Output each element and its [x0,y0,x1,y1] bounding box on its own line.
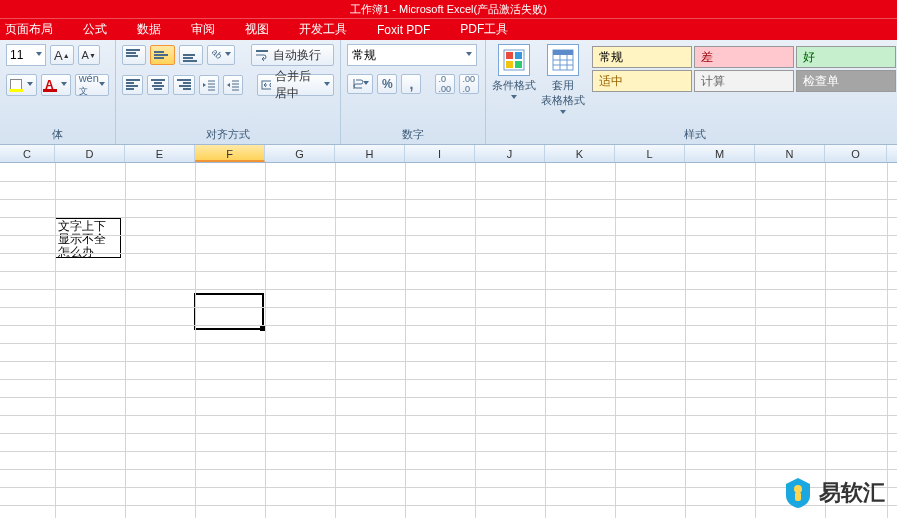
table-format-button[interactable]: 套用 表格格式 [541,44,586,116]
tab-formulas[interactable]: 公式 [83,21,107,38]
worksheet[interactable]: CDEFGHIJKLMNO 文字上下 显示不全 怎么办 [0,145,897,518]
wrap-text-button[interactable]: 自动换行 [251,44,334,66]
ribbon: 11 A▲ A▼ A wén文 体 自动换行 [0,40,897,145]
col-header-M[interactable]: M [685,145,755,162]
col-header-F[interactable]: F [195,145,265,162]
col-header-N[interactable]: N [755,145,825,162]
tab-review[interactable]: 审阅 [191,21,215,38]
font-color-button[interactable]: A [41,74,71,96]
style-neutral[interactable]: 适中 [592,70,692,92]
svg-rect-4 [515,52,522,59]
phonetic-button[interactable]: wén文 [75,74,109,96]
col-header-K[interactable]: K [545,145,615,162]
column-headers[interactable]: CDEFGHIJKLMNO [0,145,897,163]
style-calc[interactable]: 计算 [694,70,794,92]
svg-rect-8 [553,50,573,55]
col-header-H[interactable]: H [335,145,405,162]
tab-foxit[interactable]: Foxit PDF [377,23,430,37]
orientation-button[interactable] [207,45,235,65]
increase-indent-button[interactable] [223,75,243,95]
tab-developer[interactable]: 开发工具 [299,21,347,38]
decrease-indent-button[interactable] [199,75,219,95]
watermark-icon [783,476,813,510]
align-top-button[interactable] [122,45,146,65]
col-header-O[interactable]: O [825,145,887,162]
col-header-E[interactable]: E [125,145,195,162]
svg-rect-0 [256,50,268,52]
group-label-align: 对齐方式 [122,125,334,142]
style-bad[interactable]: 差 [694,46,794,68]
menu-bar: 页面布局 公式 数据 审阅 视图 开发工具 Foxit PDF PDF工具 [0,18,897,40]
align-left-button[interactable] [122,75,144,95]
group-label-styles: 样式 [492,125,897,142]
svg-rect-3 [506,52,513,59]
group-label-number: 数字 [347,125,479,142]
style-normal[interactable]: 常规 [592,46,692,68]
cell-d4[interactable]: 文字上下 显示不全 怎么办 [55,218,121,258]
decrease-decimal-button[interactable]: .00.0 [459,74,479,94]
col-header-I[interactable]: I [405,145,475,162]
align-right-button[interactable] [173,75,195,95]
number-format-combo[interactable]: 常规 [347,44,477,66]
watermark: 易软汇 [783,476,885,510]
increase-font-button[interactable]: A▲ [50,45,74,65]
grid-area[interactable]: 文字上下 显示不全 怎么办 [0,163,897,518]
group-alignment: 自动换行 合并后居中 对齐方式 [116,40,341,144]
group-font: 11 A▲ A▼ A wén文 体 [0,40,116,144]
col-header-G[interactable]: G [265,145,335,162]
comma-button[interactable]: , [401,74,421,94]
tab-pdftool[interactable]: PDF工具 [460,21,508,38]
merge-center-button[interactable]: 合并后居中 [257,74,334,96]
decrease-font-button[interactable]: A▼ [78,45,100,65]
tab-view[interactable]: 视图 [245,21,269,38]
col-header-L[interactable]: L [615,145,685,162]
col-header-D[interactable]: D [55,145,125,162]
align-bottom-button[interactable] [179,45,203,65]
svg-rect-6 [515,61,522,68]
tab-pagelayout[interactable]: 页面布局 [5,21,53,38]
fill-color-button[interactable] [6,74,37,96]
group-label-font: 体 [6,125,109,142]
conditional-format-button[interactable]: 条件格式 [492,44,537,101]
align-middle-button[interactable] [150,45,174,65]
align-center-button[interactable] [147,75,169,95]
cell-styles-gallery[interactable]: 常规 差 好 适中 计算 检查单 [590,44,897,94]
accounting-format-button[interactable] [347,74,373,94]
table-format-icon [547,44,579,76]
conditional-format-icon [498,44,530,76]
font-size-combo[interactable]: 11 [6,44,46,66]
svg-point-9 [794,485,802,493]
col-header-C[interactable]: C [0,145,55,162]
tab-data[interactable]: 数据 [137,21,161,38]
style-check[interactable]: 检查单 [796,70,896,92]
group-styles: 条件格式 套用 表格格式 常规 差 好 适中 计算 检查单 样式 [486,40,897,144]
style-good[interactable]: 好 [796,46,896,68]
svg-rect-10 [795,492,801,501]
title-bar: 工作簿1 - Microsoft Excel(产品激活失败) [0,0,897,18]
increase-decimal-button[interactable]: .0.00 [435,74,455,94]
col-header-J[interactable]: J [475,145,545,162]
svg-rect-5 [506,61,513,68]
percent-button[interactable]: % [377,74,397,94]
group-number: 常规 % , .0.00 .00.0 数字 [341,40,486,144]
